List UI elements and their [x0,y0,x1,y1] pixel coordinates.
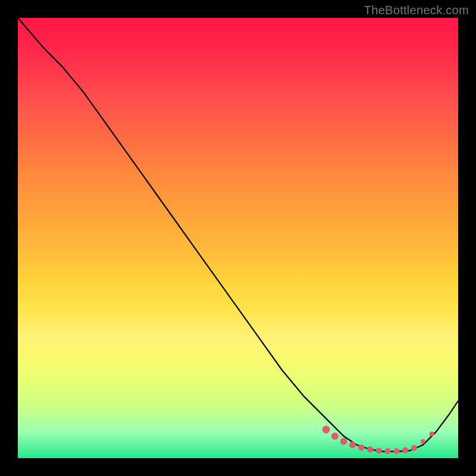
watermark-text: TheBottleneck.com [364,4,469,17]
bottleneck-curve-line [18,18,458,452]
marker-point [367,446,373,452]
marker-point [322,425,330,433]
chart-frame: TheBottleneck.com [0,0,476,476]
plot-area [18,18,458,458]
marker-point [358,444,365,451]
marker-point [411,445,417,451]
marker-point [385,448,391,454]
chart-svg [18,18,458,458]
marker-point [349,441,356,448]
marker-group [322,425,434,454]
marker-point [340,438,347,445]
marker-point [421,439,425,444]
marker-point [430,431,434,436]
marker-point [402,447,408,453]
marker-point [376,447,382,453]
marker-point [393,448,399,454]
marker-point [331,433,339,440]
